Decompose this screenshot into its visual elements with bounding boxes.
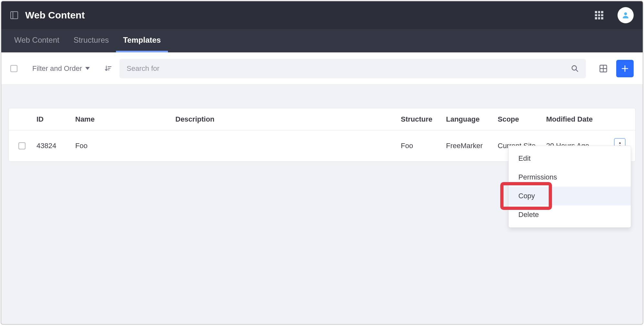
cell-structure: Foo <box>397 137 442 155</box>
page-title: Web Content <box>25 10 85 21</box>
sort-icon <box>104 65 112 72</box>
row-checkbox[interactable] <box>18 142 26 149</box>
col-scope: Scope <box>494 111 542 128</box>
apps-grid-icon[interactable] <box>595 11 603 19</box>
cell-id: 43824 <box>33 137 71 155</box>
col-id: ID <box>33 111 71 128</box>
user-icon <box>621 11 630 19</box>
nav-tabs: Web Content Structures Templates <box>1 29 643 52</box>
col-modified: Modified Date <box>542 111 610 128</box>
plus-icon <box>621 64 629 73</box>
tab-templates[interactable]: Templates <box>116 29 168 52</box>
menu-item-edit[interactable]: Edit <box>509 149 631 168</box>
svg-point-0 <box>624 12 627 15</box>
col-language: Language <box>442 111 494 128</box>
tab-web-content[interactable]: Web Content <box>10 29 67 52</box>
panel-toggle-icon[interactable] <box>10 11 18 19</box>
menu-item-copy[interactable]: Copy <box>509 187 631 205</box>
menu-item-delete[interactable]: Delete <box>509 205 631 224</box>
tab-structures[interactable]: Structures <box>67 29 116 52</box>
row-actions-menu: Edit Permissions Copy Delete <box>508 146 631 228</box>
search-icon[interactable] <box>571 65 579 72</box>
search-field[interactable] <box>119 59 586 78</box>
cell-description <box>171 141 397 150</box>
caret-down-icon <box>85 67 90 70</box>
select-all-checkbox[interactable] <box>10 65 17 72</box>
cell-name: Foo <box>71 137 171 155</box>
menu-item-permissions[interactable]: Permissions <box>509 168 631 187</box>
col-structure: Structure <box>397 111 442 128</box>
content-area: ID Name Description Structure Language S… <box>1 85 643 162</box>
add-button[interactable] <box>616 60 634 77</box>
filter-label: Filter and Order <box>32 64 82 73</box>
user-avatar[interactable] <box>618 7 634 23</box>
table-header-row: ID Name Description Structure Language S… <box>9 108 635 130</box>
search-input[interactable] <box>127 64 566 73</box>
svg-line-5 <box>576 70 578 71</box>
col-name: Name <box>71 111 171 128</box>
toolbar: Filter and Order <box>1 52 643 85</box>
grid-view-icon <box>599 64 608 73</box>
filter-order-button[interactable]: Filter and Order <box>32 64 90 73</box>
view-mode-button[interactable] <box>598 63 608 74</box>
cell-language: FreeMarker <box>442 137 494 155</box>
col-description: Description <box>171 111 397 128</box>
topbar: Web Content <box>1 1 643 29</box>
sort-button[interactable] <box>104 65 112 72</box>
